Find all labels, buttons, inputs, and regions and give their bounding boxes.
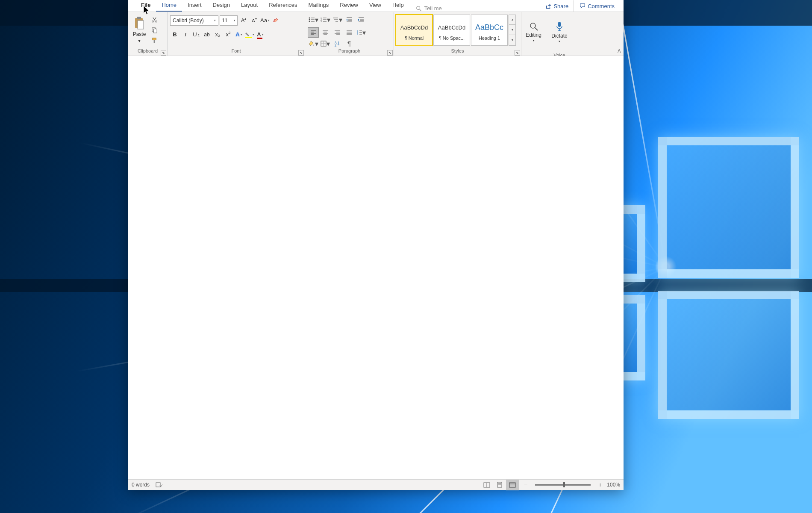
clipboard-launcher[interactable]: ⬊	[161, 50, 166, 56]
zoom-out-button[interactable]: −	[522, 481, 529, 488]
svg-point-14	[309, 19, 310, 21]
styles-up-button[interactable]: ▴	[509, 15, 515, 25]
font-launcher[interactable]: ⬊	[298, 50, 304, 56]
show-hide-button[interactable]: ¶	[344, 38, 355, 49]
tab-help[interactable]: Help	[387, 0, 409, 12]
tab-file[interactable]: File	[135, 0, 156, 12]
tab-layout[interactable]: Layout	[235, 0, 263, 12]
styles-down-button[interactable]: ▾	[509, 25, 515, 35]
justify-button[interactable]	[344, 27, 355, 38]
zoom-thumb[interactable]	[563, 482, 565, 487]
cut-icon	[151, 17, 158, 23]
numbering-button[interactable]: 123▾	[320, 15, 331, 25]
highlight-button[interactable]: ▾	[245, 29, 254, 40]
format-painter-button[interactable]	[150, 36, 159, 44]
clipboard-group-label: Clipboard	[138, 48, 158, 53]
tab-review[interactable]: Review	[334, 0, 364, 12]
tell-me-label: Tell me	[424, 5, 442, 12]
borders-icon	[321, 41, 327, 47]
cut-button[interactable]	[150, 15, 159, 24]
multilevel-list-button[interactable]: ▾	[332, 15, 343, 25]
read-mode-button[interactable]	[480, 480, 493, 490]
superscript-button[interactable]: x2	[224, 29, 233, 40]
line-spacing-icon	[356, 29, 362, 35]
style---no-spac---[interactable]: AaBbCcDd¶ No Spac...	[433, 15, 470, 46]
share-button[interactable]: Share	[540, 0, 574, 12]
spelling-status-icon[interactable]	[156, 482, 162, 488]
dictate-label: Dictate	[551, 33, 567, 39]
bullets-button[interactable]: ▾	[308, 15, 319, 25]
status-bar: 0 words − + 100%	[128, 479, 624, 490]
shrink-font-button[interactable]: A▾	[250, 15, 259, 26]
svg-text:A: A	[335, 41, 337, 44]
subscript-button[interactable]: x2	[213, 29, 222, 40]
chevron-down-icon: ▾	[234, 19, 235, 22]
tab-home[interactable]: Home	[156, 0, 182, 12]
line-spacing-button[interactable]: ▾	[356, 27, 367, 38]
numbering-icon: 123	[320, 17, 327, 23]
search-icon	[416, 6, 422, 12]
editing-button[interactable]: Editing ▾	[524, 13, 544, 51]
zoom-slider[interactable]	[535, 484, 591, 486]
justify-icon	[346, 30, 352, 35]
style-preview: AaBbCcDd	[438, 19, 465, 35]
svg-point-13	[309, 18, 310, 19]
align-center-button[interactable]	[320, 27, 331, 38]
tab-view[interactable]: View	[364, 0, 387, 12]
chevron-down-icon: ▾	[559, 40, 560, 43]
styles-more-button[interactable]: ▾	[509, 35, 515, 45]
tab-insert[interactable]: Insert	[182, 0, 207, 12]
strikethrough-button[interactable]: ab	[202, 29, 212, 40]
clear-format-icon: A	[272, 17, 279, 24]
clear-formatting-button[interactable]: A	[271, 15, 280, 26]
font-size-select[interactable]: 11▾	[220, 15, 238, 26]
shading-button[interactable]: ▾	[308, 38, 319, 49]
zoom-level[interactable]: 100%	[607, 482, 620, 488]
paragraph-launcher[interactable]: ⬊	[387, 50, 393, 56]
tell-me-search[interactable]: Tell me	[416, 5, 442, 12]
italic-button[interactable]: I	[181, 29, 190, 40]
align-left-icon	[310, 30, 316, 35]
print-layout-button[interactable]	[493, 480, 506, 490]
style-heading-1[interactable]: AaBbCcHeading 1	[471, 15, 508, 46]
tab-design[interactable]: Design	[207, 0, 235, 12]
ribbon-tabs: File Home Insert Design Layout Reference…	[128, 0, 624, 12]
underline-button[interactable]: U▾	[191, 29, 201, 40]
increase-indent-button[interactable]	[356, 15, 367, 25]
bullets-icon	[308, 17, 315, 23]
web-layout-button[interactable]	[506, 480, 519, 490]
paste-label: Paste	[133, 31, 146, 37]
comments-button[interactable]: Comments	[574, 0, 620, 12]
styles-launcher[interactable]: ⬊	[515, 50, 520, 56]
find-icon	[529, 22, 538, 31]
tab-references[interactable]: References	[263, 0, 303, 12]
font-color-button[interactable]: A▾	[256, 29, 265, 40]
grow-font-button[interactable]: A▴	[239, 15, 248, 26]
document-area[interactable]	[128, 56, 624, 479]
sort-button[interactable]: AZ	[332, 38, 343, 49]
decrease-indent-button[interactable]	[344, 15, 355, 25]
dictate-button[interactable]: Dictate ▾	[548, 13, 571, 51]
style-name: ¶ No Spac...	[439, 35, 465, 41]
collapse-ribbon-button[interactable]: ᐱ	[618, 48, 621, 54]
style-name: Heading 1	[479, 35, 500, 41]
align-right-icon	[334, 30, 340, 35]
style---normal[interactable]: AaBbCcDd¶ Normal	[396, 15, 432, 46]
bold-button[interactable]: B	[170, 29, 179, 40]
word-count[interactable]: 0 words	[132, 482, 150, 488]
font-size-value: 11	[222, 18, 227, 24]
copy-button[interactable]	[150, 26, 159, 34]
text-effects-button[interactable]: A▾	[234, 29, 244, 40]
zoom-in-button[interactable]: +	[597, 481, 603, 488]
svg-text:Z: Z	[335, 44, 337, 47]
paste-button[interactable]: Paste ▾	[130, 16, 148, 44]
change-case-button[interactable]: Aa▾	[260, 15, 270, 26]
align-left-button[interactable]	[308, 27, 319, 38]
font-name-select[interactable]: Calibri (Body)▾	[170, 15, 218, 26]
borders-button[interactable]: ▾	[320, 38, 331, 49]
sort-icon: AZ	[334, 41, 340, 47]
styles-scroll: ▴ ▾ ▾	[509, 15, 516, 46]
tab-mailings[interactable]: Mailings	[303, 0, 335, 12]
align-right-button[interactable]	[332, 27, 343, 38]
svg-point-0	[416, 6, 420, 9]
